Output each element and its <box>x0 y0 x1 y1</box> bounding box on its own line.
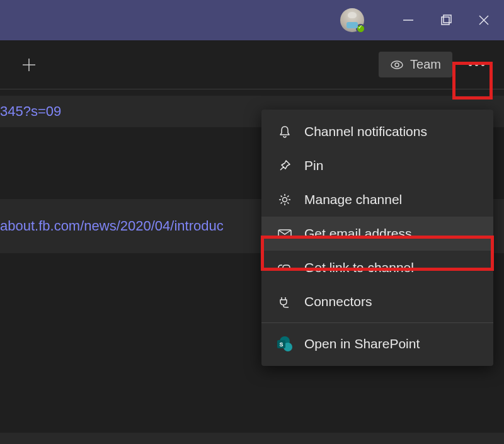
svg-point-9 <box>283 198 287 202</box>
menu-open-sharepoint[interactable]: S Open in SharePoint <box>261 327 493 361</box>
menu-manage-channel[interactable]: Manage channel <box>261 183 493 217</box>
menu-item-label: Get email address <box>304 226 411 241</box>
gear-icon <box>277 191 293 208</box>
avatar[interactable] <box>340 8 364 32</box>
menu-item-label: Channel notifications <box>304 124 427 139</box>
svg-point-8 <box>395 63 399 67</box>
maximize-icon <box>440 14 452 26</box>
titlebar <box>0 0 504 40</box>
channel-toolbar: Team <box>0 40 504 89</box>
connectors-icon <box>277 293 293 310</box>
presence-badge <box>356 24 365 33</box>
menu-item-label: Manage channel <box>304 192 402 207</box>
maximize-button[interactable] <box>427 0 465 40</box>
svg-point-7 <box>391 61 403 69</box>
menu-item-label: Pin <box>304 158 323 173</box>
svg-rect-1 <box>442 17 449 25</box>
team-button-label: Team <box>410 57 441 72</box>
channel-context-menu: Channel notifications Pin Manage channel… <box>261 110 493 366</box>
menu-get-link[interactable]: Get link to channel <box>261 251 493 285</box>
minimize-icon <box>403 14 414 26</box>
menu-get-email-address[interactable]: Get email address <box>261 217 493 251</box>
sharepoint-icon: S <box>277 336 293 352</box>
eye-icon <box>390 58 404 72</box>
svg-rect-2 <box>444 15 451 23</box>
menu-channel-notifications[interactable]: Channel notifications <box>261 115 493 149</box>
minimize-button[interactable] <box>389 0 427 40</box>
pin-icon <box>277 157 293 174</box>
close-icon <box>478 14 490 26</box>
close-button[interactable] <box>465 0 503 40</box>
more-options-button[interactable] <box>460 51 493 79</box>
menu-pin[interactable]: Pin <box>261 149 493 183</box>
mail-icon <box>277 225 293 242</box>
post[interactable] <box>0 433 504 444</box>
team-meet-button[interactable]: Team <box>379 52 452 77</box>
menu-separator <box>261 322 493 323</box>
menu-item-label: Get link to channel <box>304 260 414 275</box>
plus-icon <box>20 56 38 74</box>
menu-connectors[interactable]: Connectors <box>261 285 493 319</box>
menu-item-label: Open in SharePoint <box>304 336 420 351</box>
add-tab-button[interactable] <box>19 55 39 75</box>
more-icon <box>469 63 484 66</box>
bell-icon <box>277 123 293 140</box>
link-icon <box>277 259 293 276</box>
menu-item-label: Connectors <box>304 294 372 309</box>
